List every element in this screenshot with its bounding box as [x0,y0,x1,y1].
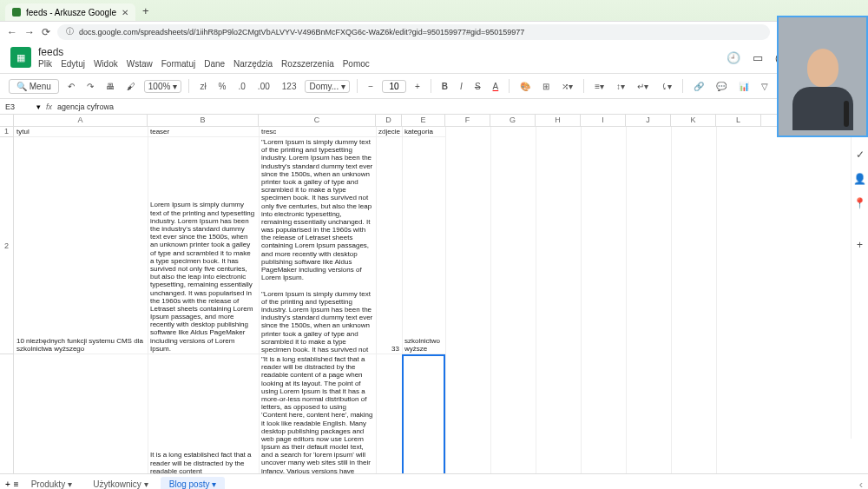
more-formats-button[interactable]: 123 [279,80,300,93]
col-header-g[interactable]: G [490,115,536,126]
comment-button[interactable]: 💬 [713,80,730,93]
cell-c1[interactable]: tresc [259,127,376,136]
menu-edit[interactable]: Edytuj [61,59,85,69]
text-color-button[interactable]: A [490,80,503,93]
comments-icon[interactable]: ▭ [753,51,763,64]
col-header-h[interactable]: H [536,115,581,126]
menu-insert[interactable]: Wstaw [127,59,153,69]
cell-b1[interactable]: teaser [148,127,259,136]
menu-file[interactable]: Plik [38,59,52,69]
sheet-tab-1[interactable]: Użytkownicy ▾ [84,477,157,489]
search-menus[interactable]: 🔍 Menu [9,79,59,94]
tab-title: feeds - Arkusze Google [26,8,116,17]
cell-e1[interactable]: kategoria [402,127,445,136]
menu-view[interactable]: Widok [94,59,118,69]
cell-b2[interactable]: Lorem Ipsum is simply dummy text of the … [148,137,259,354]
wrap-button[interactable]: ↵▾ [634,80,652,93]
increase-decimal-button[interactable]: .00 [254,80,273,93]
close-tab-icon[interactable]: ✕ [122,8,128,17]
print-button[interactable]: 🖶 [102,80,118,93]
menu-data[interactable]: Dane [204,59,225,69]
browser-tab[interactable]: feeds - Arkusze Google ✕ [5,3,135,21]
all-sheets-button[interactable]: ≡ [14,479,19,489]
paint-format-button[interactable]: 🖌 [123,80,139,93]
explore-button[interactable]: ‹ [859,478,863,489]
font-select[interactable]: Domy... ▾ [305,80,350,93]
increase-font-button[interactable]: + [411,80,424,93]
cell-d1[interactable]: zdjecie [376,127,402,136]
cell-c2[interactable]: "Lorem Ipsum is simply dummy text of the… [259,137,376,354]
row-header-1[interactable]: 1 [0,127,13,137]
new-tab-button[interactable]: + [142,4,149,17]
menu-extensions[interactable]: Rozszerzenia [281,59,334,69]
url-text: docs.google.com/spreadsheets/d/1iihR8pP9… [79,28,524,36]
col-header-j[interactable]: J [626,115,671,126]
cell-a2[interactable]: 10 niezbędnych funkcji systemu CMS dla s… [14,137,148,354]
col-header-a[interactable]: A [14,115,148,126]
borders-button[interactable]: ⊞ [539,80,553,93]
col-header-b[interactable]: B [148,115,259,126]
rotate-button[interactable]: ⤹▾ [657,80,675,93]
address-bar[interactable]: ⓘ docs.google.com/spreadsheets/d/1iihR8p… [57,24,770,40]
cell-c3[interactable]: "It is a long established fact that a re… [259,354,376,473]
merge-button[interactable]: ⤮▾ [558,80,576,93]
col-header-k[interactable]: K [671,115,716,126]
contacts-side-icon[interactable]: 👤 [853,173,866,185]
reload-button[interactable]: ⟳ [42,26,50,38]
tasks-side-icon[interactable]: ✓ [856,149,865,161]
col-header-i[interactable]: I [581,115,626,126]
col-header-e[interactable]: E [402,115,445,126]
sheets-favicon [12,8,21,17]
menu-bar: Plik Edytuj Widok Wstaw Formatuj Dane Na… [38,59,370,69]
cell-e3[interactable] [402,354,445,473]
back-button[interactable]: ← [7,26,17,38]
cell-a3[interactable] [14,354,148,473]
fx-icon: fx [46,102,52,111]
zoom-select[interactable]: 100% ▾ [144,80,182,93]
menu-tools[interactable]: Narzędzia [233,59,273,69]
sheet-tab-0[interactable]: Produkty ▾ [23,477,81,489]
italic-button[interactable]: I [457,80,466,93]
font-size-input[interactable] [382,80,406,93]
webcam-overlay [777,16,868,137]
name-box[interactable]: E3 [5,102,31,111]
menu-help[interactable]: Pomoc [343,59,370,69]
cell-d3[interactable] [376,354,402,473]
currency-button[interactable]: zł [196,80,209,93]
percent-button[interactable]: % [215,80,230,93]
menu-format[interactable]: Formatuj [161,59,195,69]
site-info-icon[interactable]: ⓘ [66,26,74,37]
strike-button[interactable]: S [471,80,484,93]
row-header-3[interactable]: 3 [0,354,13,473]
cell-e2[interactable]: szkolnictwo wyższe [402,137,445,354]
forward-button[interactable]: → [24,26,35,38]
col-header-f[interactable]: F [445,115,490,126]
fill-color-button[interactable]: 🎨 [516,80,534,93]
decrease-font-button[interactable]: − [365,80,377,93]
row-header-2[interactable]: 2 [0,137,13,354]
add-side-icon[interactable]: + [857,239,863,251]
filter-button[interactable]: ▽ [758,80,772,93]
halign-button[interactable]: ≡▾ [591,80,608,93]
col-header-l[interactable]: L [716,115,761,126]
document-name[interactable]: feeds [38,46,370,58]
valign-button[interactable]: ↕▾ [613,80,628,93]
sheet-tab-2[interactable]: Blog posty ▾ [161,477,226,489]
cell-a1[interactable]: tytul [14,127,148,136]
link-button[interactable]: 🔗 [690,80,707,93]
col-header-c[interactable]: C [259,115,376,126]
col-header-d[interactable]: D [376,115,402,126]
formula-input[interactable]: agencja cyfrowa [57,102,114,111]
cell-b3[interactable]: It is a long established fact that a rea… [148,354,259,473]
decrease-decimal-button[interactable]: .0 [235,80,249,93]
redo-button[interactable]: ↷ [83,80,97,93]
chart-button[interactable]: 📊 [735,80,753,93]
bold-button[interactable]: B [438,80,451,93]
undo-button[interactable]: ↶ [64,80,78,93]
add-sheet-button[interactable]: + [5,479,10,489]
cell-d2[interactable]: 33 [376,137,402,354]
history-icon[interactable]: 🕘 [727,51,740,64]
sheets-logo-icon[interactable]: ▦ [10,47,31,68]
maps-side-icon[interactable]: 📍 [853,197,866,209]
